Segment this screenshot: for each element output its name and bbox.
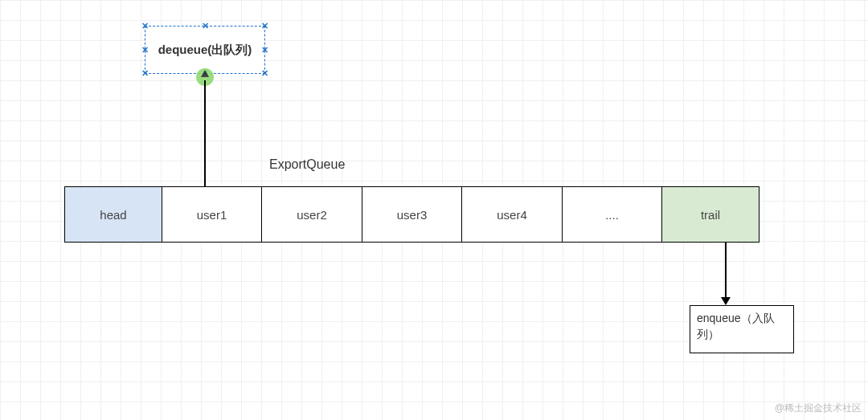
selection-handle-icon[interactable]: ✕: [141, 70, 149, 77]
selection-handle-icon[interactable]: ✕: [202, 22, 209, 30]
selection-handle-icon[interactable]: ✕: [261, 70, 268, 77]
queue-trail: trail: [661, 186, 760, 243]
dequeue-label: dequeue(出队列): [158, 42, 252, 58]
queue-cell: user4: [461, 186, 563, 243]
queue-head: head: [64, 186, 162, 243]
queue-cell: user2: [261, 186, 362, 243]
dequeue-box[interactable]: dequeue(出队列) ✕ ✕ ✕ ✕ ✕ ✕ ✕ ✕: [145, 26, 265, 74]
selection-handle-icon[interactable]: ✕: [261, 47, 268, 54]
arrow-down-line: [725, 243, 727, 299]
enqueue-box: enqueue（入队列）: [690, 305, 794, 353]
enqueue-label: enqueue（入队列）: [697, 312, 775, 340]
arrow-down-head-icon: [721, 297, 731, 305]
selection-handle-icon[interactable]: ✕: [261, 22, 268, 30]
selection-handle-icon[interactable]: ✕: [141, 47, 149, 54]
queue-title: ExportQueue: [269, 157, 345, 172]
queue-cell: user1: [162, 186, 263, 243]
queue-cell: user3: [362, 186, 463, 243]
queue-row: head user1 user2 user3 user4 .... trail: [64, 186, 760, 243]
arrow-up-line: [204, 80, 206, 186]
selection-handle-icon[interactable]: ✕: [141, 22, 149, 30]
watermark: @稀土掘金技术社区: [775, 402, 862, 415]
queue-cell: ....: [562, 186, 663, 243]
